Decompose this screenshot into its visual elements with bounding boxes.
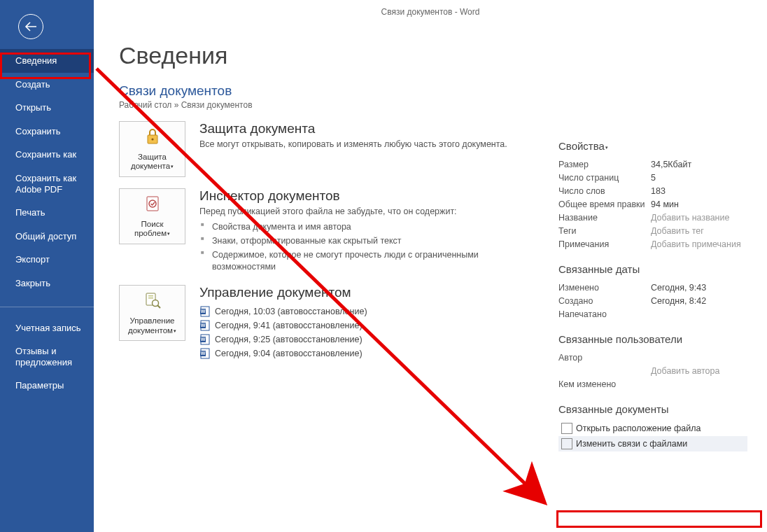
inspect-button-label: Поиск проблем▾ bbox=[122, 220, 182, 239]
inspect-item: Знаки, отформатированные как скрытый тек… bbox=[199, 234, 532, 248]
nav-item-10[interactable]: Учетная запись bbox=[0, 307, 94, 340]
properties-header[interactable]: Свойства▾ bbox=[558, 140, 747, 152]
related-dates-header: Связанные даты bbox=[558, 263, 747, 275]
related-documents-header: Связанные документы bbox=[558, 403, 747, 415]
property-row: Напечатано bbox=[558, 307, 747, 321]
nav-item-9[interactable]: Закрыть bbox=[0, 272, 94, 295]
property-value[interactable]: Добавить автора bbox=[651, 366, 719, 376]
version-item[interactable]: WСегодня, 9:41 (автовосстановление) bbox=[199, 318, 532, 332]
property-row: НазваниеДобавить название bbox=[558, 211, 747, 224]
inspect-section: Поиск проблем▾ Инспектор документов Пере… bbox=[119, 188, 532, 274]
nav-item-8[interactable]: Экспорт bbox=[0, 248, 94, 272]
version-item[interactable]: WСегодня, 9:04 (автовосстановление) bbox=[199, 346, 532, 360]
property-key: Примечания bbox=[558, 239, 651, 249]
svg-rect-6 bbox=[148, 298, 153, 298]
property-row: Автор bbox=[558, 351, 747, 364]
word-doc-icon: W bbox=[199, 306, 211, 317]
manage-section: Управление документом▾ Управление докуме… bbox=[119, 285, 532, 360]
word-doc-icon: W bbox=[199, 320, 211, 331]
lock-icon bbox=[143, 127, 162, 149]
property-value: Сегодня, 9:43 bbox=[651, 283, 706, 293]
property-key bbox=[558, 366, 651, 376]
arrow-left-icon bbox=[24, 22, 37, 31]
property-value[interactable]: Добавить примечания bbox=[651, 239, 741, 249]
document-name[interactable]: Связи документов bbox=[119, 83, 760, 99]
nav-item-5[interactable]: Сохранить как Adobe PDF bbox=[0, 167, 94, 201]
word-doc-icon: W bbox=[199, 348, 211, 359]
inspect-title: Инспектор документов bbox=[199, 188, 532, 204]
related-doc-link[interactable]: Открыть расположение файла bbox=[558, 421, 747, 436]
svg-text:W: W bbox=[201, 337, 206, 342]
property-row: СозданоСегодня, 8:42 bbox=[558, 294, 747, 307]
property-row: Число страниц5 bbox=[558, 171, 747, 184]
property-row: ИзмененоСегодня, 9:43 bbox=[558, 281, 747, 294]
nav-item-11[interactable]: Отзывы и предложения bbox=[0, 340, 94, 374]
protect-title: Защита документа bbox=[199, 121, 532, 136]
document-magnify-icon bbox=[143, 290, 162, 313]
property-row: Добавить автора bbox=[558, 364, 747, 377]
folder-icon bbox=[561, 423, 572, 434]
protect-text: Все могут открывать, копировать и изменя… bbox=[199, 139, 532, 150]
property-value: Сегодня, 8:42 bbox=[651, 296, 706, 306]
nav-item-0[interactable]: Сведения bbox=[0, 49, 94, 73]
property-row: ТегиДобавить тег bbox=[558, 224, 747, 237]
property-value: 183 bbox=[651, 186, 666, 196]
property-key: Размер bbox=[558, 160, 651, 169]
word-doc-icon: W bbox=[199, 334, 211, 345]
property-value[interactable]: Добавить тег bbox=[651, 226, 704, 236]
inspect-item: Содержимое, которое не смогут прочесть л… bbox=[199, 248, 532, 274]
window-title: Связи документов - Word bbox=[94, 7, 767, 17]
related-people-header: Связанные пользователи bbox=[558, 333, 747, 345]
svg-line-8 bbox=[157, 305, 160, 308]
manage-button-label: Управление документом▾ bbox=[122, 316, 182, 336]
property-key: Теги bbox=[558, 226, 651, 236]
property-value: 5 bbox=[651, 173, 656, 183]
nav-item-12[interactable]: Параметры bbox=[0, 374, 94, 398]
property-key: Кем изменено bbox=[558, 379, 651, 389]
svg-rect-5 bbox=[148, 295, 153, 296]
property-row: ПримечанияДобавить примечания bbox=[558, 237, 747, 251]
property-key: Число слов bbox=[558, 186, 651, 196]
related-doc-link[interactable]: Изменить связи с файлами bbox=[558, 436, 747, 451]
main-area: Сведения Связи документов Рабочий стол »… bbox=[119, 42, 760, 532]
property-key: Изменено bbox=[558, 283, 651, 293]
property-key: Название bbox=[558, 213, 651, 223]
svg-text:W: W bbox=[201, 309, 206, 314]
breadcrumb: Рабочий стол » Связи документов bbox=[119, 100, 760, 110]
nav-item-2[interactable]: Открыть bbox=[0, 96, 94, 120]
property-key: Автор bbox=[558, 353, 651, 363]
property-key: Число страниц bbox=[558, 173, 651, 183]
page-title: Сведения bbox=[119, 42, 760, 69]
property-row: Число слов183 bbox=[558, 184, 747, 197]
svg-text:W: W bbox=[201, 323, 206, 328]
property-value: 34,5Кбайт bbox=[651, 160, 691, 169]
svg-text:W: W bbox=[201, 351, 206, 356]
nav-item-7[interactable]: Общий доступ bbox=[0, 225, 94, 248]
protect-button-label: Защита документа▾ bbox=[122, 153, 182, 172]
protect-document-button[interactable]: Защита документа▾ bbox=[119, 121, 185, 177]
version-item[interactable]: WСегодня, 9:25 (автовосстановление) bbox=[199, 332, 532, 346]
svg-point-1 bbox=[151, 138, 153, 140]
manage-title: Управление документом bbox=[199, 285, 532, 300]
inspect-intro: Перед публикацией этого файла не забудьт… bbox=[199, 206, 532, 274]
property-row: Общее время правки94 мин bbox=[558, 197, 747, 211]
property-key: Напечатано bbox=[558, 309, 651, 319]
backstage-sidebar: СведенияСоздатьОткрытьСохранитьСохранить… bbox=[0, 0, 94, 532]
nav-item-4[interactable]: Сохранить как bbox=[0, 143, 94, 167]
protect-section: Защита документа▾ Защита документа Все м… bbox=[119, 121, 532, 177]
nav-item-1[interactable]: Создать bbox=[0, 73, 94, 97]
folder-icon bbox=[561, 438, 572, 449]
manage-document-button[interactable]: Управление документом▾ bbox=[119, 285, 185, 341]
properties-panel: Свойства▾ Размер34,5КбайтЧисло страниц5Ч… bbox=[558, 140, 747, 451]
property-key: Общее время правки bbox=[558, 200, 651, 209]
property-value: 94 мин bbox=[651, 200, 679, 209]
property-value[interactable]: Добавить название bbox=[651, 213, 729, 223]
property-row: Размер34,5Кбайт bbox=[558, 158, 747, 171]
back-button[interactable] bbox=[18, 14, 43, 39]
inspect-button[interactable]: Поиск проблем▾ bbox=[119, 188, 185, 244]
nav-item-3[interactable]: Сохранить bbox=[0, 120, 94, 144]
inspect-item: Свойства документа и имя автора bbox=[199, 220, 532, 234]
nav-item-6[interactable]: Печать bbox=[0, 201, 94, 225]
document-check-icon bbox=[143, 194, 162, 216]
version-item[interactable]: WСегодня, 10:03 (автовосстановление) bbox=[199, 304, 532, 318]
